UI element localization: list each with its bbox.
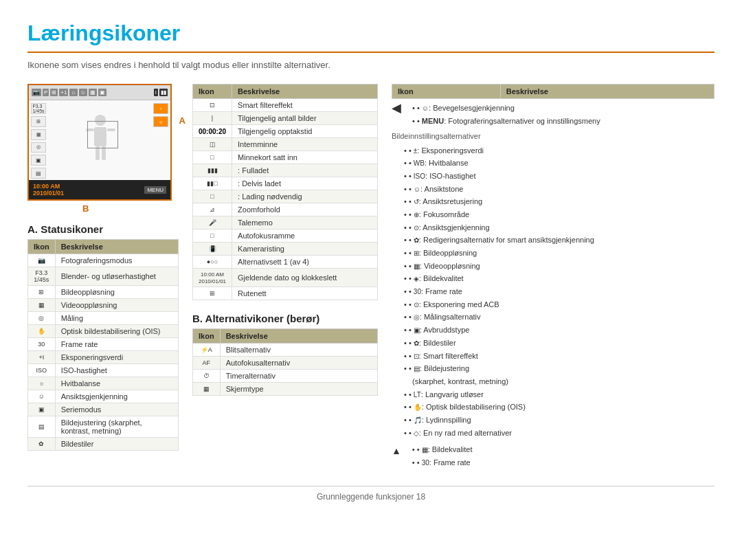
table-row: 📷Fotograferingsmodus: [28, 254, 179, 267]
icon-cell: ISO: [28, 364, 56, 377]
icon-cell: 30: [28, 338, 56, 351]
camera-bottom: 10:00 AM 2010/01/01 MENU: [29, 180, 170, 199]
list-item: • ⊕: Fokusområde: [397, 208, 715, 221]
camera-right-icons: + ☺: [151, 100, 170, 181]
row-icon: 30: [414, 288, 421, 295]
table-row: +IEksponeringsverdi: [28, 351, 179, 364]
list-item: • ↺: Ansiktsretusjering: [397, 195, 715, 208]
row-icon: ⊕: [414, 211, 419, 219]
table-row: ☺Ansiktsgjenkjenning: [28, 390, 179, 403]
icon-cell: F3.3 1/45s: [28, 267, 56, 286]
table-row: □Autofokusramme: [193, 229, 378, 243]
row-icon: LT: [414, 391, 421, 399]
table-row: |Tilgjengelig antall bilder: [193, 112, 378, 125]
list-item: • ISO: ISO-hastighet: [397, 170, 715, 183]
icon-cell: ▦: [193, 383, 221, 396]
row-icon: ISO: [414, 172, 425, 180]
desc-cell: Talememo: [232, 216, 378, 229]
icon-cell: ⊞: [28, 286, 56, 299]
desc-cell: Kameraristing: [232, 243, 378, 256]
table-row: ▮▮▮: Fulladet: [193, 164, 378, 177]
page-subtitle: Ikonene som vises endres i henhold til v…: [27, 60, 715, 70]
row-icon: ✋: [414, 403, 422, 411]
table-row: ▣Seriemodus: [28, 403, 179, 416]
desc-cell: Tilgjengelig antall bilder: [232, 112, 378, 125]
desc-cell: Rutenett: [232, 287, 378, 300]
table-row: □: Lading nødvendig: [193, 190, 378, 203]
list-item: • ◇: En ny rad med alternativer: [397, 427, 715, 440]
row-icon: ☺: [422, 104, 429, 112]
icon-cell: ◫: [193, 138, 232, 151]
desc-cell: Smart filtereffekt: [232, 99, 378, 112]
row-icon: ⊙: [414, 301, 419, 309]
table-row: ☼Hvitbalanse: [28, 377, 179, 390]
desc-cell: Eksponeringsverdi: [55, 351, 178, 364]
col-desc-r: Beskrivelse: [500, 85, 714, 99]
icon-cell: ●○○: [193, 256, 232, 269]
list-item: • ◈: Bildekvalitet: [397, 272, 715, 285]
desc-cell: Videooppløsning: [55, 299, 178, 312]
table-row: ▤Bildejustering (skarphet, kontrast, met…: [28, 416, 179, 438]
row-icon: ⊙: [414, 224, 419, 232]
desc-cell: Autofokusramme: [232, 229, 378, 243]
icon-cell: 📷: [28, 254, 56, 267]
list-item: • ✋: Optisk bildestabilisering (OIS): [397, 401, 715, 414]
table-row: 30Frame rate: [28, 338, 179, 351]
icon-cell: ◎: [28, 312, 56, 325]
desc-cell: Bildejustering (skarphet, kontrast, metn…: [55, 416, 178, 438]
row-icon: ▣: [414, 326, 420, 334]
desc-cell: Hvitbalanse: [55, 377, 178, 390]
row-icon: ✿: [414, 339, 419, 347]
desc-cell: : Fulladet: [232, 164, 378, 177]
list-item: • ▤: Bildejustering(skarphet, kontrast, …: [397, 362, 715, 388]
table-row: ⚡ABlitsalternativ: [193, 344, 378, 357]
desc-cell: : Lading nødvendig: [232, 190, 378, 203]
icon-cell: ☼: [28, 377, 56, 390]
col-ikon-b: Ikon: [193, 329, 221, 344]
table-row: ◎Måling: [28, 312, 179, 325]
triangle-up-icon: ▲: [392, 443, 401, 459]
section-a-heading: A. Statusikoner: [27, 223, 179, 235]
list-item: • ☺: Bevegelsesgjenkjenning: [405, 102, 600, 115]
icon-cell: ▤: [28, 416, 56, 438]
list-item: • MENU: Fotograferingsalternativer og in…: [405, 115, 600, 128]
icon-cell: □: [193, 229, 232, 243]
desc-cell: Ansiktsgjenkjenning: [55, 390, 178, 403]
list-item: • 30: Frame rate: [405, 456, 473, 469]
icon-cell: ▮▮□: [193, 177, 232, 190]
desc-cell: Tilgjengelig opptakstid: [232, 125, 378, 138]
icon-cell: 10:00 AM 2010/01/01: [193, 269, 232, 287]
col-desc-mid: Beskrivelse: [232, 85, 378, 99]
icon-cell: AF: [193, 357, 221, 370]
table-row: ⏱Timeralternativ: [193, 370, 378, 383]
table-row: ✋Optisk bildestabilisering (OIS): [28, 325, 179, 338]
icon-cell: 00:00:20: [193, 125, 232, 138]
icon-cell: ▣: [28, 403, 56, 416]
table-row: ⊿Zoomforhold: [193, 203, 378, 216]
row-icon: WB: [414, 159, 425, 167]
table-row: 10:00 AM 2010/01/01Gjeldende dato og klo…: [193, 269, 378, 287]
table-row: ⊡Smart filtereffekt: [193, 99, 378, 112]
desc-cell: Gjeldende dato og klokkeslett: [232, 269, 378, 287]
row-icon: ◇: [414, 429, 419, 437]
desc-cell: Skjermtype: [220, 383, 377, 396]
col-ikon-mid: Ikon: [193, 85, 232, 99]
row-icon: ☺: [414, 186, 420, 193]
section-b-heading: B. Alternativikoner (berør): [192, 313, 378, 324]
row-icon: ⊞: [414, 249, 419, 257]
table-row: ▦Videooppløsning: [28, 299, 179, 312]
icon-cell: □: [193, 151, 232, 164]
label-a: A: [179, 115, 186, 126]
list-item: • ✿: Bildestiler: [397, 337, 715, 350]
desc-cell: Minnekort satt inn: [232, 151, 378, 164]
table-row: 📳Kameraristing: [193, 243, 378, 256]
list-item: • ⊞: Bildeoppløsning: [397, 247, 715, 260]
table-row: ✿Bildestiler: [28, 438, 179, 451]
page-title: Læringsikoner: [27, 21, 715, 53]
desc-cell: Bildeoppløsning: [55, 286, 178, 299]
table-row: □Minnekort satt inn: [193, 151, 378, 164]
desc-cell: Optisk bildestabilisering (OIS): [55, 325, 178, 338]
list-item: • ▦: Bildekvalitet: [405, 443, 473, 456]
desc-cell: Måling: [55, 312, 178, 325]
desc-cell: Autofokusalternativ: [220, 357, 377, 370]
